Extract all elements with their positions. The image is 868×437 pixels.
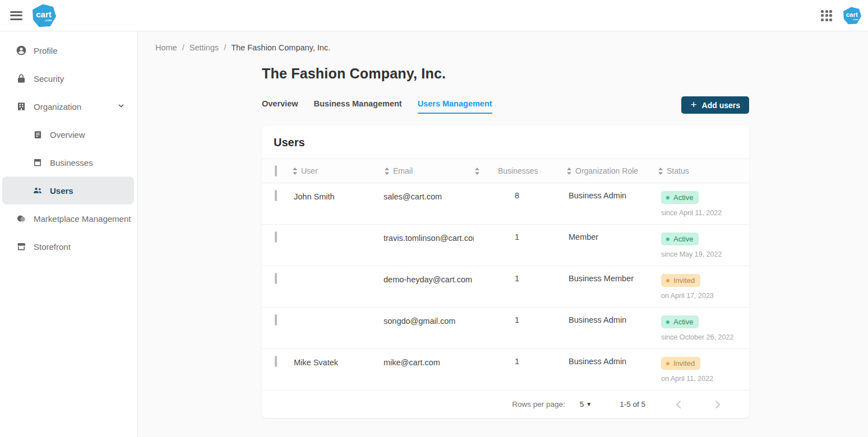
- sidebar-item-organization[interactable]: Organization: [0, 92, 137, 120]
- organization-role-cell: Member: [566, 233, 657, 241]
- previous-page-button[interactable]: [671, 398, 685, 411]
- sidebar-item-label: Profile: [34, 46, 58, 55]
- sidebar-item-label: Marketplace Management: [34, 214, 131, 224]
- businesses-count-cell: 1: [498, 357, 566, 366]
- tabs: Overview Business Management Users Manag…: [262, 96, 492, 114]
- column-header-user[interactable]: User: [292, 166, 384, 175]
- select-all-checkbox[interactable]: [275, 165, 277, 176]
- svg-text:.com: .com: [852, 17, 858, 20]
- column-label: User: [301, 166, 318, 175]
- storefront-awning-icon: [16, 241, 27, 252]
- sidebar-item-profile[interactable]: Profile: [0, 36, 137, 64]
- email-cell: songdo@gmail.com: [384, 315, 474, 327]
- email-cell: travis.tomlinson@cart.com: [384, 233, 474, 244]
- sort-icon: [474, 167, 481, 175]
- sidebar-item-users[interactable]: Users: [2, 176, 134, 204]
- add-users-button[interactable]: + Add users: [681, 96, 749, 114]
- status-date: on April 17, 2023: [661, 292, 749, 300]
- column-header-status[interactable]: Status: [657, 166, 749, 175]
- profile-icon: [16, 45, 27, 56]
- svg-text:cart: cart: [846, 11, 858, 18]
- building-icon: [16, 101, 27, 112]
- tab-users-management[interactable]: Users Management: [418, 99, 492, 114]
- status-label: Active: [673, 193, 693, 202]
- column-sort-businesses[interactable]: [474, 167, 498, 175]
- column-label: Email: [393, 166, 413, 175]
- status-dot-icon: [666, 279, 670, 282]
- status-dot-icon: [666, 320, 670, 324]
- plus-icon: +: [690, 99, 696, 110]
- row-checkbox[interactable]: [275, 314, 277, 326]
- breadcrumb-separator: /: [224, 43, 226, 52]
- status-date: since May 19, 2022: [661, 250, 749, 258]
- status-date: since April 11, 2022: [661, 209, 749, 217]
- status-badge: Invited: [661, 274, 700, 287]
- user-name-cell: Mike Svatek: [292, 357, 384, 369]
- hamburger-menu-icon[interactable]: [10, 9, 24, 22]
- table-row: songdo@gmail.com 1 Business Admin Active…: [262, 308, 749, 349]
- marketplace-circles-icon: [16, 213, 27, 224]
- breadcrumb-settings[interactable]: Settings: [190, 43, 219, 52]
- status-dot-icon: [666, 238, 670, 241]
- sort-icon: [384, 167, 390, 175]
- sidebar-item-security[interactable]: Security: [0, 64, 137, 92]
- sidebar-item-storefront[interactable]: Storefront: [0, 233, 137, 261]
- rows-per-page-value: 5: [580, 400, 584, 408]
- page-title: The Fashion Company, Inc.: [262, 66, 749, 82]
- table-row: John Smith sales@cart.com 8 Business Adm…: [262, 183, 749, 225]
- tab-overview[interactable]: Overview: [262, 99, 298, 114]
- businesses-count-cell: 1: [498, 274, 566, 283]
- sidebar-item-overview[interactable]: Overview: [0, 120, 137, 148]
- breadcrumb-home[interactable]: Home: [155, 43, 177, 52]
- status-badge: Active: [661, 233, 699, 245]
- chevron-down-icon[interactable]: [117, 102, 125, 111]
- row-checkbox[interactable]: [275, 231, 277, 243]
- user-name-cell: John Smith: [292, 191, 384, 203]
- column-header-businesses[interactable]: Businesses: [498, 166, 566, 175]
- storefront-icon: [32, 157, 43, 168]
- organization-role-cell: Business Admin: [566, 315, 657, 324]
- status-badge: Active: [661, 315, 699, 328]
- column-header-email[interactable]: Email: [384, 166, 474, 175]
- overview-doc-icon: [32, 129, 43, 140]
- rows-per-page-label: Rows per page:: [512, 400, 565, 408]
- status-cell: Invited on April 17, 2023: [657, 274, 749, 300]
- apps-grid-icon[interactable]: [821, 10, 832, 21]
- sidebar-item-label: Businesses: [50, 158, 93, 168]
- topbar: cart .com cart .com: [0, 0, 868, 31]
- next-page-button[interactable]: [711, 398, 724, 411]
- email-cell: demo-heyday@cart.com: [384, 274, 474, 286]
- breadcrumb-separator: /: [182, 43, 184, 52]
- table-footer: Rows per page: 5 ▼ 1-5 of 5: [262, 390, 749, 418]
- status-cell: Active since October 26, 2022: [657, 315, 749, 341]
- row-checkbox[interactable]: [275, 273, 277, 284]
- sidebar-item-label: Security: [34, 74, 64, 83]
- cart-logo[interactable]: cart .com: [33, 4, 56, 27]
- sidebar: Profile Security Organization Overview B…: [0, 31, 138, 437]
- table-row: demo-heyday@cart.com 1 Business Member I…: [262, 266, 749, 308]
- column-label: Businesses: [498, 166, 538, 175]
- rows-per-page-select[interactable]: 5 ▼: [580, 400, 592, 408]
- sidebar-item-businesses[interactable]: Businesses: [0, 148, 137, 176]
- status-label: Active: [673, 235, 693, 243]
- status-date: since October 26, 2022: [661, 333, 749, 341]
- row-checkbox[interactable]: [275, 190, 277, 201]
- users-table-body: John Smith sales@cart.com 8 Business Adm…: [262, 183, 749, 390]
- sort-icon: [657, 167, 664, 175]
- breadcrumb-current: The Fashion Company, Inc.: [231, 43, 330, 52]
- row-checkbox[interactable]: [275, 356, 277, 367]
- users-card: Users User Email Businesses: [262, 125, 749, 418]
- avatar-cart-logo[interactable]: cart .com: [843, 7, 861, 25]
- businesses-count-cell: 1: [498, 233, 566, 241]
- caret-down-icon: ▼: [586, 401, 592, 407]
- tab-business-management[interactable]: Business Management: [314, 99, 402, 114]
- pagination-range: 1-5 of 5: [620, 400, 645, 408]
- column-label: Status: [667, 166, 689, 175]
- sort-icon: [292, 167, 298, 175]
- column-header-organization-role[interactable]: Organization Role: [566, 166, 657, 175]
- email-cell: mike@cart.com: [384, 357, 474, 369]
- table-header-row: User Email Businesses Organization Role: [262, 159, 749, 183]
- sidebar-item-marketplace-management[interactable]: Marketplace Management: [0, 204, 137, 233]
- status-badge: Active: [661, 191, 699, 204]
- status-badge: Invited: [661, 357, 700, 370]
